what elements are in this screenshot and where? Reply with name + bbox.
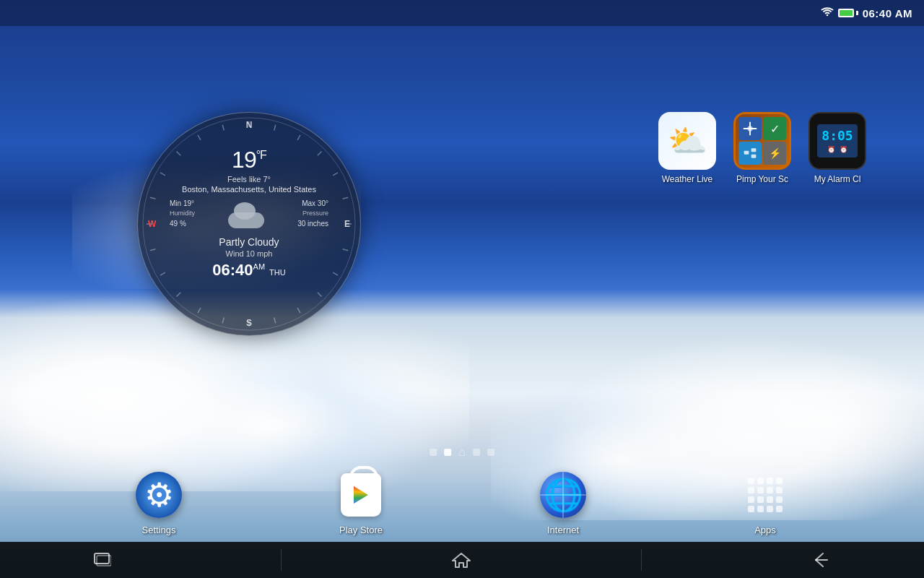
wifi-icon <box>821 7 834 20</box>
svg-line-11 <box>297 308 300 313</box>
svg-rect-28 <box>751 155 757 158</box>
play-store-icon <box>338 470 384 519</box>
compass-east: E <box>344 219 350 229</box>
weather-circle[interactable]: (function(){ const svg = document.curren… <box>137 112 361 336</box>
nav-divider-1 <box>281 549 282 571</box>
recent-apps-button[interactable] <box>77 547 128 573</box>
page-dot-4[interactable] <box>473 449 480 456</box>
page-dot-1[interactable] <box>430 449 437 456</box>
svg-line-6 <box>343 197 349 199</box>
status-icons: 06:40 AM <box>821 7 912 20</box>
play-store-icon-wrap <box>336 470 386 520</box>
svg-line-3 <box>297 135 300 140</box>
dock-internet[interactable]: Internet <box>538 470 588 535</box>
svg-line-22 <box>177 152 181 156</box>
compass-north: N <box>246 120 253 130</box>
play-bag-shape <box>341 473 381 517</box>
svg-line-17 <box>160 272 165 275</box>
internet-globe-icon <box>540 472 586 518</box>
dock-apps[interactable]: Apps <box>740 470 790 535</box>
svg-line-8 <box>343 249 349 251</box>
internet-icon-wrap <box>538 470 588 520</box>
svg-line-4 <box>318 152 322 156</box>
svg-line-24 <box>222 125 224 131</box>
svg-line-16 <box>177 293 181 297</box>
status-time: 06:40 AM <box>863 7 912 20</box>
pimp-icon: ✓ ⚡ <box>733 112 791 170</box>
app-pimp-your-screen[interactable]: ✓ ⚡ Pimp Your Sc <box>733 112 791 184</box>
pimp-cell-2: ✓ <box>763 117 786 140</box>
app-weather-live[interactable]: Weather Live <box>658 112 716 184</box>
pimp-cell-3 <box>738 142 762 165</box>
battery-tip <box>856 11 858 15</box>
weather-live-label: Weather Live <box>662 174 712 184</box>
dock-play-store[interactable]: Play Store <box>336 470 386 535</box>
pimp-cell-4: ⚡ <box>763 142 786 165</box>
svg-line-5 <box>333 173 338 176</box>
back-button[interactable] <box>794 546 847 574</box>
nav-divider-2 <box>641 549 642 571</box>
svg-line-18 <box>150 249 156 251</box>
app-alarm-clock[interactable]: 8:05 ⏰ ⏰ My Alarm Cl <box>808 112 866 184</box>
svg-line-23 <box>198 135 201 140</box>
settings-gear-icon <box>136 472 182 518</box>
page-dot-5[interactable] <box>487 449 494 456</box>
alarm-label: My Alarm Cl <box>814 174 861 184</box>
battery-icon <box>838 9 858 17</box>
page-indicators: ⌂ <box>430 446 494 459</box>
settings-label: Settings <box>142 525 176 535</box>
app-grid: Weather Live ✓ ⚡ <box>658 112 866 184</box>
weather-live-icon <box>658 112 716 170</box>
svg-line-12 <box>274 318 276 324</box>
pimp-label: Pimp Your Sc <box>736 174 788 184</box>
svg-rect-26 <box>744 151 749 155</box>
navigation-bar <box>0 542 924 578</box>
dock: Settings <box>0 462 924 542</box>
settings-icon-wrap <box>134 470 184 520</box>
svg-line-20 <box>150 197 156 199</box>
apps-grid-icon <box>742 472 788 518</box>
status-bar: 06:40 AM <box>0 0 924 26</box>
apps-label: Apps <box>754 525 776 535</box>
svg-line-2 <box>274 125 276 131</box>
svg-line-9 <box>333 272 338 275</box>
weather-widget[interactable]: (function(){ const svg = document.curren… <box>137 112 361 336</box>
dock-settings[interactable]: Settings <box>134 470 184 535</box>
alarm-display: 8:05 ⏰ ⏰ <box>817 124 857 157</box>
pimp-cell-1 <box>738 117 762 140</box>
internet-label: Internet <box>547 525 579 535</box>
cloud-graphic <box>221 199 271 228</box>
compass-west: W <box>148 219 156 229</box>
svg-line-15 <box>198 308 201 313</box>
play-triangle-svg <box>349 483 372 506</box>
svg-line-14 <box>222 318 224 324</box>
page-dot-2-active[interactable] <box>444 449 451 456</box>
svg-line-10 <box>318 293 322 297</box>
play-store-label: Play Store <box>339 525 383 535</box>
svg-marker-29 <box>354 486 368 504</box>
svg-line-21 <box>160 173 165 176</box>
battery-body <box>838 9 854 17</box>
home-button[interactable] <box>435 545 488 574</box>
alarm-icon: 8:05 ⏰ ⏰ <box>808 112 866 170</box>
compass-south: S <box>246 318 252 328</box>
svg-rect-27 <box>751 148 757 152</box>
svg-point-25 <box>747 126 752 131</box>
apps-icon-wrap <box>740 470 790 520</box>
page-dot-home[interactable]: ⌂ <box>458 446 466 459</box>
